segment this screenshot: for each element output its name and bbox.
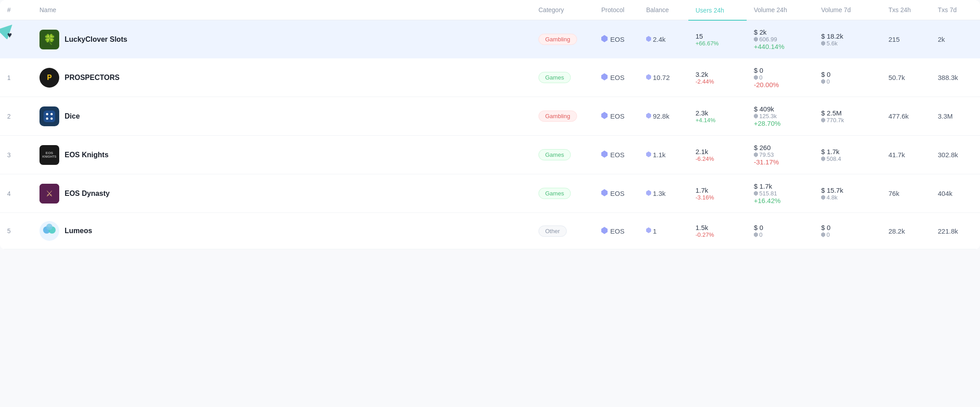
col-balance: Balance [639, 0, 688, 20]
balance-cell: 1.3k [639, 174, 688, 213]
svg-point-6 [51, 117, 53, 119]
svg-point-5 [46, 117, 48, 119]
favorite-heart[interactable]: ♥ [7, 31, 12, 40]
vol7d-dollar: $ 1.7k [821, 148, 874, 155]
table-row: 4 ⚔ EOS Dynasty Games EOS [0, 174, 980, 213]
col-txs7d[interactable]: Txs 7d [931, 0, 980, 20]
users24h-cell: 3.2k -2.44% [688, 58, 747, 97]
protocol-name: EOS [610, 190, 625, 197]
table-row: ♥ 🍀 LuckyClover Slots Gambling EOS [0, 20, 980, 59]
volume7d-cell: $ 2.5M 770.7k [814, 97, 881, 136]
category-badge[interactable]: Other [538, 226, 567, 237]
rank-number: 5 [7, 227, 11, 234]
users24h-cell: 2.1k -6.24% [688, 136, 747, 174]
protocol-cell: EOS [594, 174, 639, 213]
app-icon [39, 106, 59, 126]
volume7d-cell: $ 18.2k 5.6k [814, 20, 881, 59]
category-badge[interactable]: Games [538, 188, 571, 199]
vol7d-eos-icon [821, 79, 825, 84]
app-name: Lumeos [65, 227, 92, 235]
vol-eos-icon [754, 232, 758, 237]
vol24h-dollar: $ 1.7k [754, 182, 807, 190]
volume24h-cell: $ 409k 125.3k +28.70% [747, 97, 814, 136]
vol7d-eos-icon [821, 156, 825, 161]
balance-eos-icon [646, 151, 651, 159]
vol24h-sub: 79.53 [754, 151, 807, 158]
users24h-cell: 1.5k -0.27% [688, 213, 747, 249]
volume7d-cell: $ 15.7k 4.8k [814, 174, 881, 213]
vol7d-sub: 4.8k [821, 194, 874, 201]
balance-value: 10.72 [653, 74, 670, 81]
col-category: Category [531, 0, 594, 20]
eos-icon [601, 35, 608, 44]
category-badge[interactable]: Gambling [538, 34, 577, 45]
col-volume24h[interactable]: Volume 24h [747, 0, 814, 20]
vol24h-dollar: $ 0 [754, 66, 807, 74]
svg-rect-2 [44, 111, 55, 122]
volume7d-cell: $ 0 0 [814, 58, 881, 97]
txs7d-cell: 3.3M [931, 97, 980, 136]
rank-cell: 5 [0, 213, 32, 249]
app-name: LuckyClover Slots [65, 35, 127, 44]
txs7d-cell: 388.3k [931, 58, 980, 97]
col-txs24h[interactable]: Txs 24h [881, 0, 931, 20]
balance-cell: 1 [639, 213, 688, 249]
rank-cell: 2 [0, 97, 32, 136]
name-cell: Lumeos [32, 213, 531, 249]
vol7d-sub: 0 [821, 78, 874, 85]
protocol-cell: EOS [594, 213, 639, 249]
vol24h-sub: 125.3k [754, 113, 807, 119]
vol7d-sub: 508.4 [821, 155, 874, 162]
volume7d-cell: $ 0 0 [814, 213, 881, 249]
volume24h-cell: $ 1.7k 515.81 +16.42% [747, 174, 814, 213]
txs24h-cell: 28.2k [881, 213, 931, 249]
rank-cell: 4 [0, 174, 32, 213]
vol-eos-icon [754, 75, 758, 80]
vol7d-sub: 0 [821, 231, 874, 238]
balance-value: 92.8k [653, 112, 669, 120]
txs24h-cell: 41.7k [881, 136, 931, 174]
app-icon: ⚔ [39, 184, 59, 204]
rank-number: 4 [7, 190, 11, 197]
vol24h-sub: 606.99 [754, 36, 807, 43]
protocol-name: EOS [610, 112, 625, 120]
vol7d-dollar: $ 0 [821, 224, 874, 231]
category-cell: Games [531, 58, 594, 97]
protocol-cell: EOS [594, 136, 639, 174]
txs7d-cell: 221.8k [931, 213, 980, 249]
vol7d-eos-icon [821, 195, 825, 200]
vol24h-change: +440.14% [754, 43, 807, 50]
svg-point-4 [51, 113, 53, 115]
vol24h-dollar: $ 0 [754, 224, 807, 231]
table-row: 1 P PROSPECTORS Games EOS [0, 58, 980, 97]
protocol-name: EOS [610, 227, 625, 235]
users24h-value: 2.3k [696, 109, 739, 117]
category-badge[interactable]: Gambling [538, 111, 577, 122]
rank-number: 2 [7, 113, 11, 120]
users24h-value: 2.1k [696, 148, 739, 155]
app-name: PROSPECTORS [65, 74, 119, 82]
col-protocol: Protocol [594, 0, 639, 20]
category-cell: Gambling [531, 20, 594, 59]
txs24h-cell: 215 [881, 20, 931, 59]
vol24h-change: +16.42% [754, 197, 807, 204]
eos-icon [601, 227, 608, 235]
col-users24h[interactable]: Users 24h [688, 0, 747, 20]
balance-cell: 2.4k [639, 20, 688, 59]
balance-value: 1 [653, 227, 656, 235]
category-badge[interactable]: Games [538, 149, 571, 160]
txs7d-cell: 2k [931, 20, 980, 59]
protocol-cell: EOS [594, 58, 639, 97]
table-header: # Name Category Protocol Balance Users 2… [0, 0, 980, 20]
protocol-name: EOS [610, 151, 625, 159]
balance-value: 2.4k [653, 35, 665, 43]
users24h-change: +4.14% [696, 117, 739, 124]
app-name: EOS Dynasty [65, 190, 109, 198]
col-hash: # [0, 0, 32, 20]
category-badge[interactable]: Games [538, 72, 571, 83]
vol7d-sub: 5.6k [821, 40, 874, 47]
users24h-change: -2.44% [696, 78, 739, 85]
col-volume7d[interactable]: Volume 7d [814, 0, 881, 20]
vol-eos-icon [754, 191, 758, 196]
txs7d-cell: 404k [931, 174, 980, 213]
